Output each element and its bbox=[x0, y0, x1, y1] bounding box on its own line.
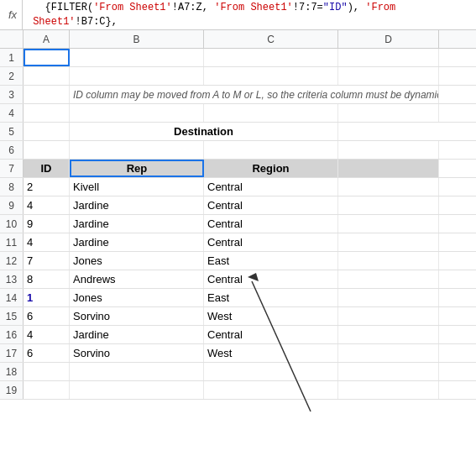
cell-b8[interactable]: Kivell bbox=[70, 178, 204, 196]
cell-d2[interactable] bbox=[338, 67, 439, 85]
row-num-17: 17 bbox=[0, 344, 24, 362]
info-text-cell: ID column may be moved from A to M or L,… bbox=[70, 86, 439, 103]
col-header-c[interactable]: C bbox=[204, 30, 338, 48]
cell-a6[interactable] bbox=[24, 141, 70, 159]
cell-d12[interactable] bbox=[338, 252, 439, 270]
header-id[interactable]: ID bbox=[24, 160, 70, 177]
cell-c19[interactable] bbox=[204, 381, 338, 399]
cell-d4[interactable] bbox=[338, 104, 439, 122]
cell-b18[interactable] bbox=[70, 363, 204, 380]
cell-c10[interactable]: Central bbox=[204, 215, 338, 233]
col-header-a[interactable]: A bbox=[24, 30, 70, 48]
cell-a17[interactable]: 6 bbox=[24, 344, 70, 362]
col-header-d[interactable]: D bbox=[338, 30, 439, 48]
cell-a4[interactable] bbox=[24, 104, 70, 122]
cell-c14[interactable]: East bbox=[204, 289, 338, 306]
cell-a12[interactable]: 7 bbox=[24, 252, 70, 270]
header-d[interactable] bbox=[338, 160, 439, 177]
cell-b19[interactable] bbox=[70, 381, 204, 399]
row-num-18: 18 bbox=[0, 363, 24, 380]
table-row: 6 bbox=[0, 141, 476, 160]
row-num-12: 12 bbox=[0, 252, 24, 270]
cell-a3[interactable] bbox=[24, 86, 70, 103]
cell-c16[interactable]: Central bbox=[204, 326, 338, 343]
cell-d1[interactable] bbox=[338, 49, 439, 66]
cell-c9[interactable]: Central bbox=[204, 196, 338, 214]
cell-d19[interactable] bbox=[338, 381, 439, 399]
col-header-b[interactable]: B bbox=[70, 30, 204, 48]
row-num-1: 1 bbox=[0, 49, 24, 66]
cell-c18[interactable] bbox=[204, 363, 338, 380]
cell-b13[interactable]: Andrews bbox=[70, 270, 204, 288]
cell-b6[interactable] bbox=[70, 141, 204, 159]
cell-d9[interactable] bbox=[338, 196, 439, 214]
cell-c2[interactable] bbox=[204, 67, 338, 85]
cell-a18[interactable] bbox=[24, 363, 70, 380]
cell-d11[interactable] bbox=[338, 233, 439, 251]
cell-c1[interactable] bbox=[204, 49, 338, 66]
header-region[interactable]: Region bbox=[204, 160, 338, 177]
cell-a10[interactable]: 9 bbox=[24, 215, 70, 233]
row-num-14: 14 bbox=[0, 289, 24, 306]
header-rep[interactable]: Rep bbox=[70, 160, 204, 177]
cell-b9[interactable]: Jardine bbox=[70, 196, 204, 214]
spreadsheet: A B C D 1 2 3 ID column may be moved fro… bbox=[0, 30, 476, 461]
cell-d15[interactable] bbox=[338, 307, 439, 325]
table-row: 12 7 Jones East bbox=[0, 252, 476, 270]
row-num-13: 13 bbox=[0, 270, 24, 288]
cell-d10[interactable] bbox=[338, 215, 439, 233]
row-num-7: 7 bbox=[0, 160, 24, 177]
cell-b15[interactable]: Sorvino bbox=[70, 307, 204, 325]
cell-b4[interactable] bbox=[70, 104, 204, 122]
cell-c4[interactable] bbox=[204, 104, 338, 122]
cell-c17[interactable]: West bbox=[204, 344, 338, 362]
column-headers: A B C D bbox=[0, 30, 476, 49]
cell-c15[interactable]: West bbox=[204, 307, 338, 325]
cell-a9[interactable]: 4 bbox=[24, 196, 70, 214]
row-num-15: 15 bbox=[0, 307, 24, 325]
row-num-8: 8 bbox=[0, 178, 24, 196]
cell-d16[interactable] bbox=[338, 326, 439, 343]
cell-b14[interactable]: Jones bbox=[70, 289, 204, 306]
table-row: 3 ID column may be moved from A to M or … bbox=[0, 86, 476, 104]
cell-b11[interactable]: Jardine bbox=[70, 233, 204, 251]
row-num-5: 5 bbox=[0, 123, 24, 140]
cell-b1[interactable] bbox=[70, 49, 204, 66]
cell-d8[interactable] bbox=[338, 178, 439, 196]
cell-b2[interactable] bbox=[70, 67, 204, 85]
cell-b17[interactable]: Sorvino bbox=[70, 344, 204, 362]
table-row: 16 4 Jardine Central bbox=[0, 326, 476, 344]
cell-a8[interactable]: 2 bbox=[24, 178, 70, 196]
cell-a11[interactable]: 4 bbox=[24, 233, 70, 251]
cell-b16[interactable]: Jardine bbox=[70, 326, 204, 343]
cell-c12[interactable]: East bbox=[204, 252, 338, 270]
cell-c13[interactable]: Central bbox=[204, 270, 338, 288]
row-num-16: 16 bbox=[0, 326, 24, 343]
cell-a15[interactable]: 6 bbox=[24, 307, 70, 325]
cell-a16[interactable]: 4 bbox=[24, 326, 70, 343]
cell-b12[interactable]: Jones bbox=[70, 252, 204, 270]
cell-c8[interactable]: Central bbox=[204, 178, 338, 196]
table-row: 15 6 Sorvino West bbox=[0, 307, 476, 326]
cell-d14[interactable] bbox=[338, 289, 439, 306]
cell-a5[interactable] bbox=[24, 123, 70, 140]
cell-a2[interactable] bbox=[24, 67, 70, 85]
cell-c11[interactable]: Central bbox=[204, 233, 338, 251]
cell-d18[interactable] bbox=[338, 363, 439, 380]
table-row: 17 6 Sorvino West bbox=[0, 344, 476, 363]
cell-a13[interactable]: 8 bbox=[24, 270, 70, 288]
row-num-9: 9 bbox=[0, 196, 24, 214]
cell-a14[interactable]: 1 bbox=[24, 289, 70, 306]
cell-b10[interactable]: Jardine bbox=[70, 215, 204, 233]
table-row: 9 4 Jardine Central bbox=[0, 196, 476, 215]
cell-a19[interactable] bbox=[24, 381, 70, 399]
table-row: 8 2 Kivell Central bbox=[0, 178, 476, 196]
cell-d13[interactable] bbox=[338, 270, 439, 288]
cell-c6[interactable] bbox=[204, 141, 338, 159]
cell-a1[interactable] bbox=[24, 49, 70, 66]
cell-d6[interactable] bbox=[338, 141, 439, 159]
cell-d17[interactable] bbox=[338, 344, 439, 362]
table-row: 18 bbox=[0, 363, 476, 381]
table-row: 11 4 Jardine Central bbox=[0, 233, 476, 252]
table-row: 13 8 Andrews Central bbox=[0, 270, 476, 289]
